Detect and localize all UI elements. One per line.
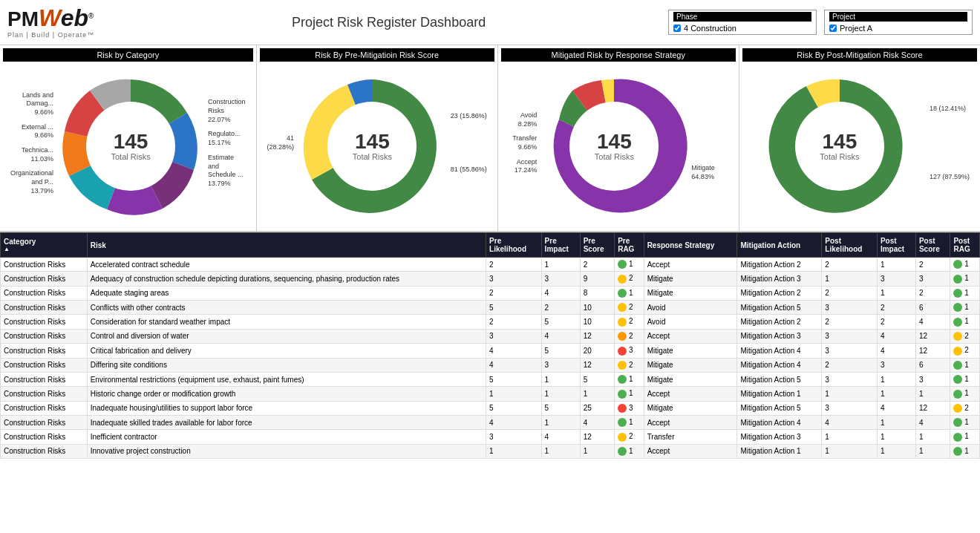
table-cell: 1 [541, 258, 580, 272]
table-cell: Avoid [644, 301, 737, 315]
table-cell: 3 [541, 272, 580, 286]
chart4-total-label: Total Risks [820, 152, 859, 161]
table-cell: 5 [580, 372, 614, 386]
table-cell: 1 [877, 444, 915, 458]
col-response: Response Strategy [644, 233, 737, 258]
rag-dot [618, 347, 627, 356]
table-cell: 2 [580, 258, 614, 272]
table-cell: 12 [915, 401, 950, 415]
table-cell: 3 [877, 358, 915, 372]
table-cell: 1 [950, 430, 980, 444]
table-cell: Inadequate skilled trades available for … [87, 415, 486, 429]
rag-dot [953, 318, 962, 327]
phase-filter-option[interactable]: 4 Construction [673, 24, 811, 33]
rag-dot [953, 390, 962, 399]
table-section: Category▲ Risk PreLikelihood PreImpact P… [0, 232, 980, 459]
logo-sub: Plan | Build | Operate™ [7, 31, 94, 39]
chart3-content: Avoid 8.28% Transfer9.66% Accept17.24% [501, 65, 736, 228]
table-cell: 3 [541, 358, 580, 372]
project-checkbox[interactable] [829, 24, 837, 32]
table-cell: 2 [822, 315, 878, 329]
chart3-total-label: Total Risks [595, 152, 634, 161]
table-cell: 3 [822, 401, 878, 415]
label-mitigate: Mitigate 64.83% [691, 164, 728, 181]
table-cell: 4 [486, 344, 542, 358]
table-cell: 2 [486, 258, 542, 272]
table-row: Construction RisksConsideration for stan… [1, 315, 980, 329]
table-cell: 1 [950, 301, 980, 315]
table-cell: 4 [915, 415, 950, 429]
phase-checkbox[interactable] [673, 24, 681, 32]
table-row: Construction RisksControl and diversion … [1, 329, 980, 343]
rag-dot [618, 418, 627, 427]
rag-dot [953, 332, 962, 341]
table-cell: 1 [615, 372, 644, 386]
table-cell: Mitigation Action 5 [737, 401, 822, 415]
label-pre-23: 23 (15.86%) [451, 112, 487, 121]
table-cell: Construction Risks [1, 272, 88, 286]
col-post-impact: PostImpact [877, 233, 915, 258]
table-cell: 1 [615, 387, 644, 401]
rag-dot [618, 361, 627, 370]
chart-response-strategy: Mitigated Risk by Response Strategy Avoi… [498, 45, 739, 231]
table-cell: Accept [644, 387, 737, 401]
table-cell: 3 [822, 372, 878, 386]
col-category: Category▲ [1, 233, 88, 258]
table-cell: 3 [486, 430, 542, 444]
table-cell: 10 [580, 315, 614, 329]
table-cell: 1 [615, 444, 644, 458]
chart2-total-label: Total Risks [353, 152, 392, 161]
table-cell: Conflicts with other contracts [87, 301, 486, 315]
table-cell: 1 [615, 415, 644, 429]
sort-icon-category[interactable]: ▲ [4, 246, 84, 252]
project-filter-option[interactable]: Project A [829, 24, 967, 33]
table-cell: 2 [615, 315, 644, 329]
rag-dot [618, 289, 627, 298]
table-cell: 2 [615, 301, 644, 315]
table-cell: 1 [915, 444, 950, 458]
table-row: Construction RisksInadequate skilled tra… [1, 415, 980, 429]
header: PMWeb® Plan | Build | Operate™ Project R… [0, 0, 980, 45]
chart3-center: 145 Total Risks [595, 131, 634, 161]
rag-dot [953, 375, 962, 384]
table-cell: 12 [580, 430, 614, 444]
table-cell: 5 [486, 372, 542, 386]
table-cell: 3 [486, 329, 542, 343]
table-cell: 1 [580, 444, 614, 458]
table-cell: Construction Risks [1, 415, 88, 429]
table-cell: 1 [486, 387, 542, 401]
table-cell: 1 [486, 444, 542, 458]
label-construction: Construction Risks22.07% [208, 98, 246, 124]
table-cell: Accelerated contract schedule [87, 258, 486, 272]
chart2-total-number: 145 [353, 131, 392, 152]
label-technical: Technica...11.03% [10, 146, 53, 163]
rag-dot [618, 390, 627, 399]
table-cell: Mitigation Action 3 [737, 272, 822, 286]
table-cell: 2 [950, 344, 980, 358]
table-cell: 20 [580, 344, 614, 358]
table-cell: Mitigation Action 4 [737, 415, 822, 429]
rag-dot [618, 260, 627, 269]
table-cell: 1 [822, 387, 878, 401]
table-cell: Consideration for standard weather impac… [87, 315, 486, 329]
table-cell: 10 [580, 301, 614, 315]
table-cell: 3 [915, 272, 950, 286]
table-cell: 1 [950, 358, 980, 372]
chart1-center: 145 Total Risks [111, 131, 150, 161]
table-cell: 1 [580, 387, 614, 401]
table-cell: 1 [950, 258, 980, 272]
table-cell: Mitigation Action 3 [737, 430, 822, 444]
label-external: External ...9.66% [10, 123, 53, 140]
table-cell: Mitigate [644, 372, 737, 386]
chart-risk-by-category: Risk by Category Lands and Damag...9.66%… [0, 45, 257, 231]
table-cell: Accept [644, 415, 737, 429]
rag-dot [953, 260, 962, 269]
table-row: Construction RisksConflicts with other c… [1, 301, 980, 315]
table-cell: Construction Risks [1, 286, 88, 300]
table-cell: 1 [915, 430, 950, 444]
table-cell: 3 [615, 401, 644, 415]
table-cell: Mitigate [644, 344, 737, 358]
table-cell: 4 [541, 430, 580, 444]
rag-dot [953, 361, 962, 370]
table-cell: Accept [644, 329, 737, 343]
